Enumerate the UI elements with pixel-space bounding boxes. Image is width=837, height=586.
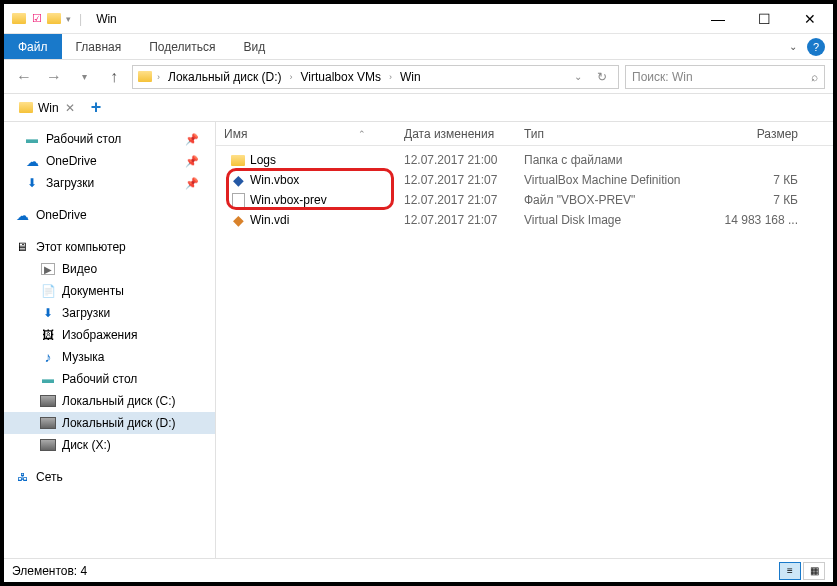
sidebar-item-network[interactable]: Сеть [4,466,215,488]
folder-icon [18,100,34,116]
tab-label: Win [38,101,59,115]
address-dropdown-icon[interactable]: ⌄ [566,65,590,89]
sidebar-item-videos[interactable]: Видео [4,258,215,280]
forward-button[interactable]: → [42,65,66,89]
breadcrumb-current[interactable]: Win [396,70,425,84]
ribbon: Файл Главная Поделиться Вид ⌄ ? [4,34,833,60]
vbox-icon [230,172,246,188]
tab-share[interactable]: Поделиться [135,34,229,59]
desktop-icon: ▬ [24,131,40,147]
sidebar-item-diskc[interactable]: Локальный диск (C:) [4,390,215,412]
sidebar-item-desktop[interactable]: ▬Рабочий стол [4,368,215,390]
help-icon[interactable]: ? [807,38,825,56]
qat-check-icon[interactable]: ☑ [32,12,42,25]
window-title: Win [96,12,117,26]
sidebar-item-thispc[interactable]: Этот компьютер [4,236,215,258]
column-type[interactable]: Тип [516,127,716,141]
nav-row: ← → ▾ ↑ › Локальный диск (D:) › Virtualb… [4,60,833,94]
main-area: ▬Рабочий стол📌 OneDrive📌 Загрузки📌 OneDr… [4,122,833,562]
history-dropdown-icon[interactable]: ▾ [72,65,96,89]
sidebar-item-onedrive[interactable]: OneDrive📌 [4,150,215,172]
download-icon [40,305,56,321]
sidebar-item-pictures[interactable]: Изображения [4,324,215,346]
disk-icon [40,393,56,409]
sidebar-item-downloads[interactable]: Загрузки [4,302,215,324]
folder-icon [137,69,153,85]
maximize-button[interactable]: ☐ [741,4,787,34]
back-button[interactable]: ← [12,65,36,89]
file-icon [230,192,246,208]
sidebar-item-onedrive-root[interactable]: OneDrive [4,204,215,226]
refresh-button[interactable]: ↻ [590,65,614,89]
sidebar-item-documents[interactable]: Документы [4,280,215,302]
up-button[interactable]: ↑ [102,65,126,89]
address-bar[interactable]: › Локальный диск (D:) › Virtualbox VMs ›… [132,65,619,89]
cloud-icon [14,207,30,223]
view-icons-button[interactable]: ▦ [803,562,825,580]
pin-icon: 📌 [185,155,199,168]
qat-dropdown-icon[interactable]: ▾ [66,14,71,24]
column-date[interactable]: Дата изменения [396,127,516,141]
music-icon [40,349,56,365]
network-icon [14,469,30,485]
sidebar-item-diskx[interactable]: Диск (X:) [4,434,215,456]
search-icon[interactable]: ⌕ [811,70,818,84]
status-text: Элементов: 4 [12,564,87,578]
sidebar-item-music[interactable]: Музыка [4,346,215,368]
disk-icon [40,437,56,453]
content-pane: Имя⌃ Дата изменения Тип Размер Logs 12.0… [216,122,833,562]
minimize-button[interactable]: — [695,4,741,34]
tab-view[interactable]: Вид [229,34,279,59]
sidebar: ▬Рабочий стол📌 OneDrive📌 Загрузки📌 OneDr… [4,122,216,562]
tab-strip: Win ✕ + [4,94,833,122]
list-item[interactable]: Logs 12.07.2017 21:00 Папка с файлами [216,150,833,170]
folder-icon [10,10,28,28]
sidebar-item-desktop[interactable]: ▬Рабочий стол📌 [4,128,215,150]
view-details-button[interactable]: ≡ [779,562,801,580]
pin-icon: 📌 [185,133,199,146]
chevron-right-icon[interactable]: › [387,72,394,82]
list-item[interactable]: Win.vbox 12.07.2017 21:07 VirtualBox Mac… [216,170,833,190]
desktop-icon: ▬ [40,371,56,387]
sidebar-item-downloads[interactable]: Загрузки📌 [4,172,215,194]
folder-tab[interactable]: Win ✕ [12,98,81,118]
column-size[interactable]: Размер [716,127,806,141]
disk-icon [40,415,56,431]
add-tab-button[interactable]: + [91,97,102,118]
close-button[interactable]: ✕ [787,4,833,34]
video-icon [40,261,56,277]
breadcrumb-disk[interactable]: Локальный диск (D:) [164,70,286,84]
breadcrumb-folder[interactable]: Virtualbox VMs [297,70,385,84]
folder-icon [230,152,246,168]
pin-icon: 📌 [185,177,199,190]
list-item[interactable]: Win.vdi 12.07.2017 21:07 Virtual Disk Im… [216,210,833,230]
sort-asc-icon: ⌃ [358,129,366,139]
file-list: Logs 12.07.2017 21:00 Папка с файлами Wi… [216,146,833,230]
qat-new-folder-icon[interactable] [46,10,62,27]
chevron-right-icon[interactable]: › [155,72,162,82]
tab-home[interactable]: Главная [62,34,136,59]
cloud-icon [24,153,40,169]
list-item[interactable]: Win.vbox-prev 12.07.2017 21:07 Файл "VBO… [216,190,833,210]
search-input[interactable]: Поиск: Win ⌕ [625,65,825,89]
document-icon [40,283,56,299]
column-name[interactable]: Имя⌃ [216,127,396,141]
search-placeholder: Поиск: Win [632,70,693,84]
pc-icon [14,239,30,255]
ribbon-expand-icon[interactable]: ⌄ [789,41,797,52]
status-bar: Элементов: 4 ≡ ▦ [4,558,833,582]
tab-file[interactable]: Файл [4,34,62,59]
image-icon [40,327,56,343]
title-bar: ☑ ▾ | Win — ☐ ✕ [4,4,833,34]
chevron-right-icon[interactable]: › [288,72,295,82]
download-icon [24,175,40,191]
vdi-icon [230,212,246,228]
sidebar-item-diskd[interactable]: Локальный диск (D:) [4,412,215,434]
column-headers: Имя⌃ Дата изменения Тип Размер [216,122,833,146]
tab-close-icon[interactable]: ✕ [65,101,75,115]
